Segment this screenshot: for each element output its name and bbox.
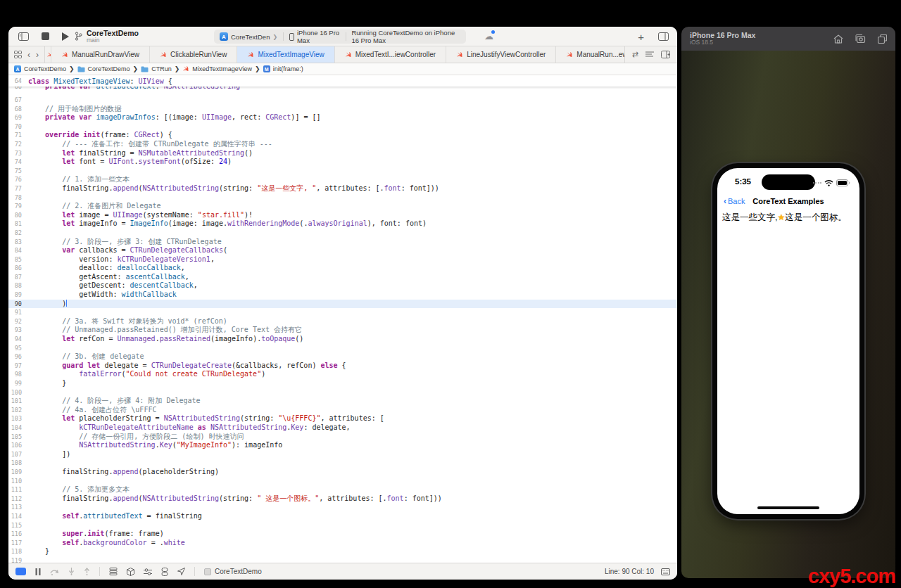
- code-line[interactable]: 77 finalString.append(NSAttributedString…: [8, 184, 677, 193]
- add-tab-button[interactable]: +: [638, 31, 644, 43]
- code-line[interactable]: 103 let placeholderString = NSAttributed…: [8, 414, 677, 423]
- breakpoints-toggle-icon[interactable]: [15, 568, 26, 575]
- code-line[interactable]: 81 let imageInfo = ImageInfo(image: imag…: [8, 219, 677, 229]
- code-line[interactable]: 80 let image = UIImage(systemName: "star…: [8, 211, 677, 220]
- code-line[interactable]: 104 kCTRunDelegateAttributeName as NSAtt…: [8, 423, 677, 433]
- code-line[interactable]: 79 // 2. 准备图片和 Delegate: [8, 202, 677, 211]
- debug-process-chip[interactable]: CoreTextDemo: [204, 568, 262, 575]
- breadcrumb-item-coretextdemo[interactable]: ACoreTextDemo: [14, 65, 66, 72]
- step-into-icon[interactable]: [68, 568, 75, 575]
- code-line[interactable]: 69 private var imageDrawInfos: [(image: …: [8, 113, 677, 122]
- code-line[interactable]: 95: [8, 344, 677, 353]
- memory-graph-icon[interactable]: [127, 568, 134, 576]
- home-indicator[interactable]: [757, 506, 819, 509]
- code-line[interactable]: 116 super.init(frame: frame): [8, 530, 677, 539]
- code-line[interactable]: 84 var callbacks = CTRunDelegateCallback…: [8, 246, 677, 255]
- code-line[interactable]: 92 // 3a. 将 Swift 对象转换为 void* (refCon): [8, 317, 677, 326]
- phone-screen[interactable]: 5:35 ‹ Back: [717, 168, 859, 514]
- code-line[interactable]: 71 override init(frame: CGRect) {: [8, 131, 677, 140]
- tab-linejustifyviewcontroller[interactable]: LineJustifyViewController: [446, 46, 556, 63]
- minimap-icon[interactable]: [645, 51, 654, 58]
- pause-icon[interactable]: [35, 568, 41, 575]
- code-line[interactable]: 64class MixedTextImageView: UIView {: [8, 76, 677, 87]
- breadcrumb-item-init-frame-[interactable]: Minit(frame:): [263, 65, 303, 72]
- scheme-menu[interactable]: A CoreTextDen ❯: [214, 30, 283, 44]
- code-line[interactable]: 74 let font = UIFont.systemFont(ofSize: …: [8, 158, 677, 167]
- debug-view-hierarchy-icon[interactable]: [109, 568, 118, 575]
- code-line[interactable]: 119: [8, 556, 677, 563]
- code-line[interactable]: 113: [8, 503, 677, 512]
- editor-layout-icon[interactable]: [658, 32, 669, 41]
- simulator-titlebar[interactable]: iPhone 16 Pro Max iOS 18.5: [681, 27, 895, 51]
- code-line[interactable]: 94 let refCon = Unmanaged.passRetained(i…: [8, 335, 677, 344]
- code-line[interactable]: 107 ]): [8, 450, 677, 459]
- code-line[interactable]: 70: [8, 122, 677, 132]
- code-line[interactable]: 109 finalString.append(placeholderString…: [8, 468, 677, 477]
- step-over-icon[interactable]: [50, 568, 59, 575]
- code-line[interactable]: 90 ): [8, 300, 677, 309]
- code-line[interactable]: 99 }: [8, 379, 677, 388]
- code-line[interactable]: 72 // --- 准备工作: 创建带 CTRunDelegate 的属性字符串…: [8, 140, 677, 149]
- go-forward-icon[interactable]: ›: [36, 50, 39, 60]
- code-line[interactable]: 89 getWidth: widthCallback: [8, 290, 677, 300]
- code-line[interactable]: 96 // 3b. 创建 delegate: [8, 352, 677, 362]
- code-line[interactable]: 101 // 4. 阶段一, 步骤 4: 附加 Delegate: [8, 397, 677, 406]
- code-line[interactable]: 108: [8, 459, 677, 468]
- code-line[interactable]: 97 guard let delegate = CTRunDelegateCre…: [8, 362, 677, 371]
- code-line[interactable]: 66 private var attributedText: NSAttribu…: [8, 87, 677, 90]
- code-line[interactable]: 105 // 存储一份引用, 方便阶段二 (绘制) 时快速访问: [8, 433, 677, 442]
- breadcrumb-item-coretextdemo[interactable]: CoreTextDemo: [77, 65, 130, 72]
- tab-mixedtexti-iewcontroller[interactable]: MixedTextI...iewController: [335, 46, 446, 63]
- code-line[interactable]: 68 // 用于绘制图片的数据: [8, 105, 677, 114]
- tab-manualrun-ewcontroller[interactable]: ManualRun...ewController: [556, 46, 624, 63]
- code-line[interactable]: 86 dealloc: deallocCallback,: [8, 264, 677, 273]
- code-line[interactable]: 100: [8, 388, 677, 397]
- run-button[interactable]: [62, 32, 69, 41]
- breadcrumb-item-mixedtextimageview[interactable]: MixedTextImageView: [182, 65, 252, 72]
- code-line[interactable]: 91: [8, 308, 677, 317]
- code-line[interactable]: 78: [8, 193, 677, 203]
- code-line[interactable]: 83 // 3. 阶段一, 步骤 3: 创建 CTRunDelegate: [8, 238, 677, 247]
- code-line[interactable]: 110: [8, 477, 677, 486]
- screenshot-icon[interactable]: [855, 34, 866, 44]
- tab-mixedtextimageview[interactable]: MixedTextImageView: [237, 46, 334, 63]
- code-line[interactable]: 87 getAscent: ascentCallback,: [8, 273, 677, 282]
- code-line[interactable]: 118 }: [8, 547, 677, 556]
- tab-view[interactable]: View: [45, 46, 51, 63]
- code-line[interactable]: 75: [8, 167, 677, 176]
- code-line[interactable]: 115: [8, 521, 677, 530]
- code-line[interactable]: 98 fatalError("Could not create CTRunDel…: [8, 370, 677, 379]
- code-line[interactable]: 102 // 4a. 创建占位符 \uFFFC: [8, 406, 677, 415]
- code-line[interactable]: 76 // 1. 添加一些文本: [8, 175, 677, 184]
- code-line[interactable]: 117 self.backgroundColor = .white: [8, 539, 677, 548]
- simulate-location-icon[interactable]: [177, 568, 185, 575]
- code-line[interactable]: 93 // Unmanaged.passRetained() 增加引用计数, C…: [8, 326, 677, 335]
- go-back-icon[interactable]: ‹: [27, 50, 30, 60]
- code-line[interactable]: 114 self.attributedText = finalString: [8, 512, 677, 521]
- code-line[interactable]: 106 NSAttributedString.Key("MyImageInfo"…: [8, 441, 677, 450]
- new-window-icon[interactable]: [878, 34, 887, 44]
- toggle-navigator-icon[interactable]: [18, 32, 29, 41]
- tab-manualrundrawview[interactable]: ManualRunDrawView: [51, 46, 150, 63]
- code-line[interactable]: 73 let finalString = NSMutableAttributed…: [8, 149, 677, 158]
- code-line[interactable]: 67: [8, 96, 677, 105]
- step-out-icon[interactable]: [84, 568, 90, 575]
- source-editor[interactable]: 64class MixedTextImageView: UIView { 66 …: [8, 76, 677, 563]
- stop-button[interactable]: [42, 32, 49, 40]
- tab-clickablerunview[interactable]: ClickableRunView: [150, 46, 237, 63]
- code-line[interactable]: 112 finalString.append(NSAttributedStrin…: [8, 494, 677, 504]
- code-line[interactable]: 82: [8, 229, 677, 238]
- run-destination-menu[interactable]: iPhone 16 Pro Max: [284, 30, 346, 44]
- home-button-icon[interactable]: [833, 34, 843, 44]
- scheme-selector[interactable]: CoreTextDemo main: [75, 30, 139, 44]
- tab-overview-icon[interactable]: [14, 51, 22, 58]
- code-line[interactable]: 111 // 5. 添加更多文本: [8, 485, 677, 494]
- environment-overrides-icon[interactable]: [144, 568, 152, 575]
- keyboard-icon[interactable]: [661, 568, 670, 575]
- related-items-icon[interactable]: ⇄: [632, 50, 638, 59]
- runtime-issues-icon[interactable]: [161, 568, 168, 576]
- breadcrumb-item-ctrun[interactable]: CTRun: [141, 65, 172, 72]
- cloud-sync-icon[interactable]: ☁: [484, 31, 493, 41]
- code-line[interactable]: 85 version: kCTRunDelegateVersion1,: [8, 255, 677, 264]
- code-line[interactable]: 88 getDescent: descentCallback,: [8, 281, 677, 290]
